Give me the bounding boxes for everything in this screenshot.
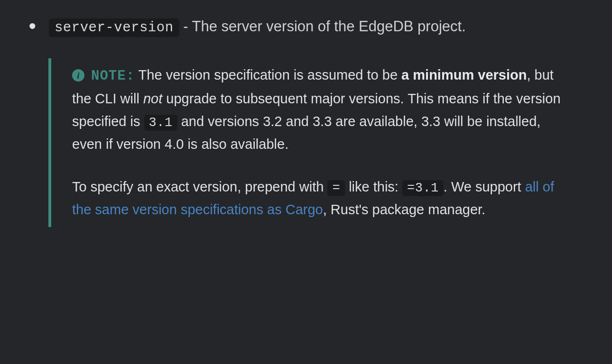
info-icon: i xyxy=(72,69,84,82)
list-item: ● server-version - The server version of… xyxy=(17,14,595,39)
doc-list: ● server-version - The server version of… xyxy=(17,14,595,39)
note-text: . We support xyxy=(444,179,525,194)
note-label: NOTE: xyxy=(91,68,135,84)
list-item-content: server-version - The server version of t… xyxy=(49,14,595,39)
note-em: not xyxy=(143,91,162,106)
note-text: To specify an exact version, prepend wit… xyxy=(72,179,327,194)
note-text: , Rust's package manager. xyxy=(323,202,485,217)
list-item-desc: - The server version of the EdgeDB proje… xyxy=(179,18,466,35)
code-equals: = xyxy=(327,180,345,196)
note-paragraph-1: i NOTE: The version specification is ass… xyxy=(72,64,574,156)
bullet-marker: ● xyxy=(28,14,37,37)
note-text: like this: xyxy=(345,179,402,194)
code-version-31: 3.1 xyxy=(144,115,177,131)
note-callout: i NOTE: The version specification is ass… xyxy=(48,58,595,227)
code-equals-31: =3.1 xyxy=(402,180,444,196)
note-paragraph-2: To specify an exact version, prepend wit… xyxy=(72,176,574,221)
note-text: The version specification is assumed to … xyxy=(135,67,401,82)
note-bold: a minimum version xyxy=(401,67,527,82)
code-server-version: server-version xyxy=(49,18,179,37)
